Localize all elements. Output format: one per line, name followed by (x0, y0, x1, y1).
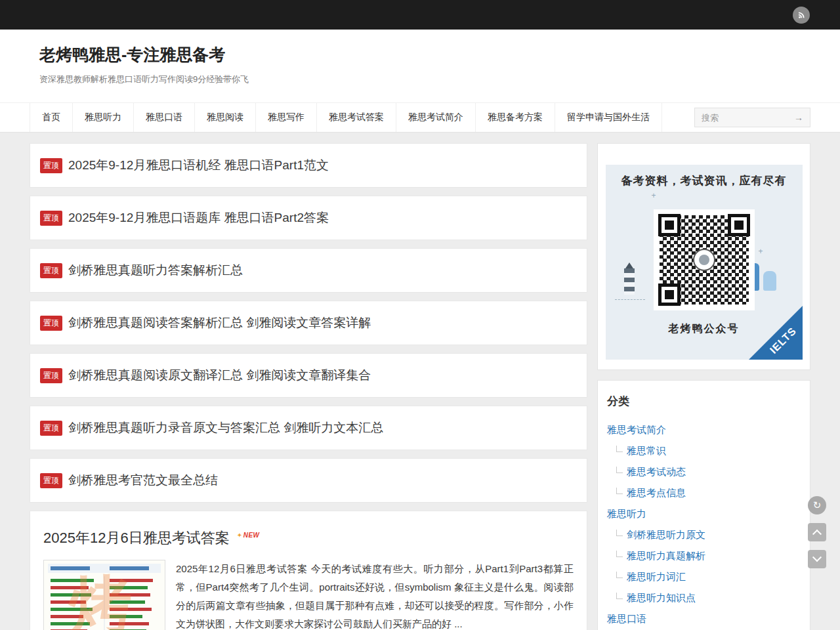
sparkle-decoration: + (758, 247, 763, 256)
nav-item-plan[interactable]: 雅思备考方案 (475, 103, 555, 132)
rss-icon[interactable] (793, 7, 810, 24)
site-tagline: 资深雅思教师解析雅思口语听力写作阅读9分经验带你飞 (39, 74, 801, 85)
categories-list: 雅思考试简介 雅思常识 雅思考试动态 雅思考点信息 雅思听力 剑桥雅思听力原文 … (607, 419, 801, 629)
site-title[interactable]: 老烤鸭雅思-专注雅思备考 (39, 44, 225, 66)
qr-code (654, 209, 755, 310)
category-link[interactable]: 雅思听力 (607, 503, 646, 524)
latest-post-title-link[interactable]: 2025年12月6日雅思考试答案 (43, 530, 230, 546)
nav-item-intro[interactable]: 雅思考试简介 (396, 103, 475, 132)
pinned-badge: 置顶 (40, 211, 62, 226)
top-bar (0, 0, 840, 30)
sticky-post-card: 置顶 剑桥雅思考官范文最全总结 (30, 458, 587, 503)
nav-item-answers[interactable]: 雅思考试答案 (316, 103, 396, 132)
sticky-post-card: 置顶 剑桥雅思真题阅读原文翻译汇总 剑雅阅读文章翻译集合 (30, 353, 587, 398)
sticky-post-title[interactable]: 剑桥雅思考官范文最全总结 (68, 472, 218, 489)
category-link[interactable]: 雅思听力知识点 (627, 587, 696, 608)
promo-widget: 备考资料，考试资讯，应有尽有 + + 老烤鸭公众号 IELTS (597, 143, 810, 370)
scroll-down-icon[interactable] (808, 550, 826, 568)
nav-item-home[interactable]: 首页 (30, 103, 72, 132)
nav-item-listening[interactable]: 雅思听力 (72, 103, 133, 132)
search-form: → (694, 108, 810, 127)
sticky-post-title[interactable]: 2025年9-12月雅思口语机经 雅思口语Part1范文 (68, 157, 329, 174)
latest-post-title: 2025年12月6日雅思考试答案 NEW (43, 528, 574, 548)
category-link[interactable]: 雅思口语 (607, 608, 646, 629)
pinned-badge: 置顶 (40, 421, 62, 436)
category-link[interactable]: 雅思考试动态 (627, 461, 686, 482)
category-link[interactable]: 雅思考点信息 (627, 482, 686, 503)
post-thumbnail[interactable]: 烤 (43, 560, 165, 630)
category-link[interactable]: 雅思听力真题解析 (627, 545, 705, 566)
pinned-badge: 置顶 (40, 473, 62, 488)
category-link[interactable]: 剑桥雅思听力原文 (627, 524, 705, 545)
sticky-post-card: 置顶 2025年9-12月雅思口语题库 雅思口语Part2答案 (30, 196, 587, 240)
site-header: 老烤鸭雅思-专注雅思备考 资深雅思教师解析雅思口语听力写作阅读9分经验带你飞 (0, 30, 840, 102)
sticky-post-title[interactable]: 剑桥雅思真题阅读原文翻译汇总 剑雅阅读文章翻译集合 (68, 367, 371, 384)
categories-title: 分类 (607, 394, 801, 409)
wechat-promo-image: 备考资料，考试资讯，应有尽有 + + 老烤鸭公众号 IELTS (606, 165, 803, 360)
sticky-post-card: 置顶 2025年9-12月雅思口语机经 雅思口语Part1范文 (30, 143, 587, 188)
pinned-badge: 置顶 (40, 368, 62, 383)
nav-item-reading[interactable]: 雅思阅读 (194, 103, 255, 132)
lighthouse-decoration (624, 268, 635, 295)
category-link[interactable]: 雅思听力词汇 (627, 566, 686, 587)
qr-center-logo (693, 249, 715, 271)
promo-top-text: 备考资料，考试资讯，应有尽有 (606, 165, 803, 188)
sticky-post-card: 置顶 剑桥雅思真题阅读答案解析汇总 剑雅阅读文章答案详解 (30, 301, 587, 345)
sidebar: 备考资料，考试资讯，应有尽有 + + 老烤鸭公众号 IELTS (597, 143, 810, 630)
category-link[interactable]: 雅思常识 (627, 440, 666, 461)
pinned-badge: 置顶 (40, 158, 62, 173)
scroll-up-icon[interactable] (808, 523, 826, 541)
pinned-badge: 置顶 (40, 316, 62, 331)
sticky-post-title[interactable]: 剑桥雅思真题听力录音原文与答案汇总 剑雅听力文本汇总 (68, 419, 383, 436)
search-input[interactable] (695, 113, 788, 123)
pinned-badge: 置顶 (40, 263, 62, 278)
refresh-icon[interactable]: ↻ (808, 496, 826, 514)
post-excerpt: 2025年12月6日雅思考试答案 今天的考试难度有些大。听力部分，从Part1到… (176, 560, 574, 630)
floating-scroll-buttons: ↻ (808, 496, 826, 568)
category-link[interactable]: 雅思考试简介 (607, 419, 666, 440)
nav-item-speaking[interactable]: 雅思口语 (133, 103, 194, 132)
main-navigation: 首页 雅思听力 雅思口语 雅思阅读 雅思写作 雅思考试答案 雅思考试简介 雅思备… (0, 102, 840, 133)
search-submit-arrow-icon[interactable]: → (788, 112, 810, 123)
nav-item-writing[interactable]: 雅思写作 (255, 103, 316, 132)
sticky-post-title[interactable]: 剑桥雅思真题听力答案解析汇总 (68, 262, 243, 279)
new-badge: NEW (237, 532, 260, 539)
sticky-post-card: 置顶 剑桥雅思真题听力答案解析汇总 (30, 248, 587, 293)
latest-post-card: 2025年12月6日雅思考试答案 NEW (30, 511, 587, 630)
main-column: 置顶 2025年9-12月雅思口语机经 雅思口语Part1范文 置顶 2025年… (30, 143, 587, 630)
nav-item-abroad[interactable]: 留学申请与国外生活 (555, 103, 662, 132)
categories-widget: 分类 雅思考试简介 雅思常识 雅思考试动态 雅思考点信息 雅思听力 剑桥雅思听力… (597, 380, 810, 630)
sticky-post-title[interactable]: 2025年9-12月雅思口语题库 雅思口语Part2答案 (68, 209, 329, 226)
sticky-post-title[interactable]: 剑桥雅思真题阅读答案解析汇总 剑雅阅读文章答案详解 (68, 314, 371, 331)
sticky-post-card: 置顶 剑桥雅思真题听力录音原文与答案汇总 剑雅听力文本汇总 (30, 406, 587, 450)
sparkle-decoration: + (652, 191, 656, 200)
